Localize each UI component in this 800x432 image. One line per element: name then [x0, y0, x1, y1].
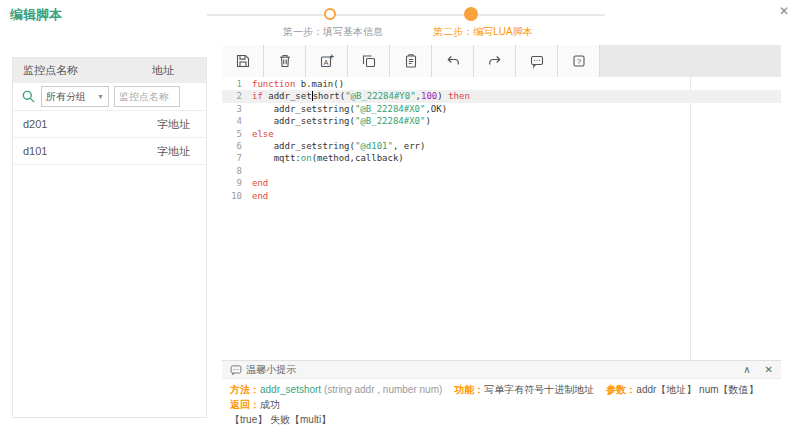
code-line: 3 addr_setstring("@B_22284#X0",OK) — [222, 103, 781, 115]
copy-icon — [361, 53, 377, 69]
group-select[interactable]: 所有分组 ▼ — [41, 86, 109, 107]
chevron-down-icon: ▼ — [97, 93, 104, 100]
lua-editor: A — [222, 45, 781, 418]
line-number: 1 — [222, 78, 252, 90]
help-button[interactable]: ? — [558, 45, 600, 77]
svg-text:A: A — [323, 58, 328, 67]
tips-title: 温馨小提示 — [246, 363, 296, 377]
line-number: 8 — [222, 165, 252, 177]
table-row[interactable]: d201 字地址 — [13, 111, 206, 138]
line-number: 9 — [222, 177, 252, 189]
step1-indicator — [324, 8, 336, 20]
save-icon — [235, 53, 251, 69]
font-size-icon: A — [319, 53, 335, 69]
point-address: 字地址 — [136, 144, 196, 159]
svg-text:?: ? — [576, 57, 581, 66]
delete-button[interactable] — [264, 45, 306, 77]
tip-method-name: addr_setshort — [260, 384, 321, 395]
redo-icon — [487, 53, 503, 69]
tip-method-signature: (string addr , number num) — [324, 384, 442, 395]
table-header: 监控点名称 地址 — [13, 58, 206, 83]
point-name: d201 — [23, 118, 136, 130]
undo-icon — [445, 53, 461, 69]
tips-panel: 温馨小提示 ∧ ✕ 方法：addr_setshort (string addr … — [222, 360, 781, 418]
font-size-button[interactable]: A — [306, 45, 348, 77]
tip-func-text: 写单字有符号十进制地址 — [484, 384, 594, 395]
comment-icon — [529, 53, 545, 69]
tip-bubble-icon — [230, 364, 242, 376]
close-icon[interactable]: ✕ — [776, 4, 792, 18]
tip-return-text-line2: 【true】 失败【multi】 — [230, 412, 773, 427]
stepper-line — [207, 14, 605, 16]
code-line: 9end — [222, 177, 781, 189]
trash-icon — [277, 53, 293, 69]
code-line: 2if addr_setshort("@B_22284#Y0",100) the… — [222, 90, 781, 102]
code-lines: 1function b.main()2if addr_setshort("@B_… — [222, 78, 781, 202]
step2-label: 第二步：编写LUA脚本 — [412, 25, 554, 39]
tips-content: 方法：addr_setshort (string addr , number n… — [222, 379, 781, 427]
tip-param-label: 参数： — [606, 384, 636, 395]
code-editor-area[interactable]: 1function b.main()2if addr_setshort("@B_… — [222, 77, 781, 360]
page-title: 编辑脚本 — [10, 6, 62, 24]
editor-toolbar: A — [222, 45, 781, 77]
undo-button[interactable] — [432, 45, 474, 77]
code-line: 8 — [222, 165, 781, 177]
search-icon[interactable] — [21, 89, 36, 104]
line-number: 3 — [222, 103, 252, 115]
tip-param-text: addr【地址】 num【数值】 — [636, 384, 758, 395]
comment-button[interactable] — [516, 45, 558, 77]
line-number: 6 — [222, 140, 252, 152]
step1-label: 第一步：填写基本信息 — [268, 25, 398, 39]
paste-button[interactable] — [390, 45, 432, 77]
step2-indicator — [464, 7, 478, 21]
monitor-point-panel: 监控点名称 地址 所有分组 ▼ d201 字地址 d101 字地址 — [12, 57, 207, 418]
code-line: 5else — [222, 128, 781, 140]
tips-close-icon[interactable]: ✕ — [765, 364, 773, 375]
line-number: 7 — [222, 152, 252, 164]
code-line: 7 mqtt:on(method,callback) — [222, 152, 781, 164]
line-number: 4 — [222, 115, 252, 127]
redo-button[interactable] — [474, 45, 516, 77]
save-button[interactable] — [222, 45, 264, 77]
table-row[interactable]: d101 字地址 — [13, 138, 206, 165]
code-line: 6 addr_setstring("@d101", err) — [222, 140, 781, 152]
tip-return-text: 成功 — [260, 399, 280, 410]
point-name-input[interactable] — [114, 86, 180, 107]
point-address: 字地址 — [136, 117, 196, 132]
copy-button[interactable] — [348, 45, 390, 77]
help-icon: ? — [571, 53, 587, 69]
address-column-header: 地址 — [136, 63, 196, 78]
tip-func-label: 功能： — [454, 384, 484, 395]
paste-icon — [403, 53, 419, 69]
line-number: 2 — [222, 90, 252, 102]
code-line: 10end — [222, 190, 781, 202]
tips-collapse-icon[interactable]: ∧ — [743, 364, 750, 375]
edit-script-dialog: 编辑脚本 ✕ 第一步：填写基本信息 第二步：编写LUA脚本 监控点名称 地址 所… — [0, 0, 800, 432]
group-select-value: 所有分组 — [46, 90, 86, 104]
line-number: 10 — [222, 190, 252, 202]
name-column-header: 监控点名称 — [23, 63, 136, 78]
point-name: d101 — [23, 145, 136, 157]
line-number: 5 — [222, 128, 252, 140]
code-line: 1function b.main() — [222, 78, 781, 90]
tips-header: 温馨小提示 ∧ ✕ — [222, 361, 781, 379]
code-line: 4 addr_setstring("@B_22284#X0") — [222, 115, 781, 127]
tip-method-label: 方法： — [230, 384, 260, 395]
tip-return-label: 返回： — [230, 399, 260, 410]
filter-row: 所有分组 ▼ — [13, 83, 206, 111]
toolbar-filler — [600, 45, 781, 77]
